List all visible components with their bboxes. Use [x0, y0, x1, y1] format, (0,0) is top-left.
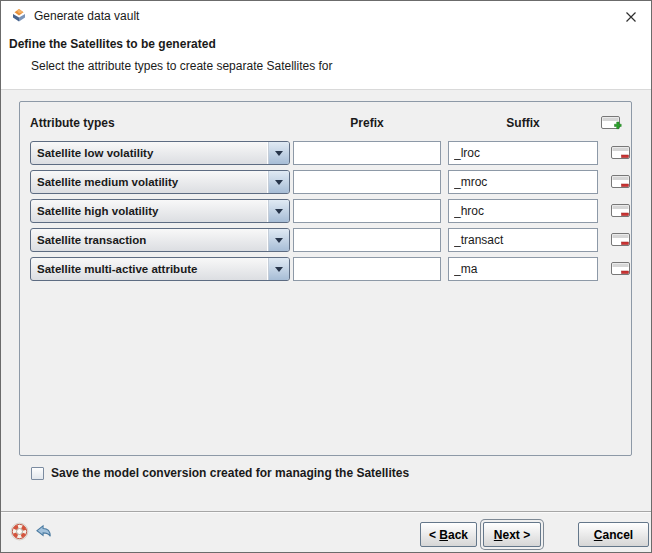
- column-header-suffix: Suffix: [448, 116, 598, 130]
- suffix-input[interactable]: [448, 141, 598, 165]
- close-button[interactable]: [622, 8, 640, 26]
- undo-button[interactable]: [34, 522, 53, 541]
- next-button[interactable]: Next >: [483, 522, 541, 547]
- prefix-input[interactable]: [293, 170, 441, 194]
- app-icon: [11, 8, 27, 24]
- remove-row-button[interactable]: [611, 174, 633, 191]
- curved-arrow-left-icon: [34, 522, 53, 541]
- chevron-down-icon: [267, 142, 289, 164]
- life-buoy-icon: [10, 522, 29, 541]
- attribute-type-value: Satellite medium volatility: [31, 171, 267, 193]
- chevron-down-icon: [267, 229, 289, 251]
- remove-row-button[interactable]: [611, 203, 633, 220]
- chevron-down-icon: [267, 200, 289, 222]
- wizard-header: Define the Satellites to be generated Se…: [1, 31, 651, 90]
- satellite-types-panel: Attribute types Prefix Suffix Satellite …: [19, 101, 632, 456]
- suffix-input[interactable]: [448, 170, 598, 194]
- help-button[interactable]: [10, 522, 29, 541]
- titlebar: Generate data vault: [1, 1, 651, 31]
- remove-row-icon: [611, 203, 633, 221]
- cancel-button[interactable]: Cancel: [578, 522, 649, 547]
- column-header-prefix: Prefix: [293, 116, 441, 130]
- generate-data-vault-dialog: Generate data vault Define the Satellite…: [0, 0, 652, 553]
- table-row: Satellite high volatility: [30, 199, 625, 223]
- table-row: Satellite medium volatility: [30, 170, 625, 194]
- table-row: Satellite low volatility: [30, 141, 625, 165]
- remove-row-icon: [611, 261, 633, 279]
- remove-row-icon: [611, 232, 633, 250]
- step-title: Define the Satellites to be generated: [9, 37, 216, 51]
- prefix-input[interactable]: [293, 199, 441, 223]
- prefix-input[interactable]: [293, 141, 441, 165]
- remove-row-button[interactable]: [611, 145, 633, 162]
- attribute-type-value: Satellite transaction: [31, 229, 267, 251]
- add-row-button[interactable]: [601, 115, 623, 132]
- attribute-type-select[interactable]: Satellite transaction: [30, 228, 290, 252]
- save-conversion-option: Save the model conversion created for ma…: [31, 466, 409, 480]
- suffix-input[interactable]: [448, 199, 598, 223]
- column-header-attribute-types: Attribute types: [30, 116, 115, 130]
- save-conversion-label: Save the model conversion created for ma…: [51, 466, 409, 480]
- attribute-type-select[interactable]: Satellite multi-active attribute: [30, 257, 290, 281]
- window-title: Generate data vault: [34, 9, 139, 23]
- prefix-input[interactable]: [293, 257, 441, 281]
- table-row: Satellite multi-active attribute: [30, 257, 625, 281]
- prefix-input[interactable]: [293, 228, 441, 252]
- attribute-type-value: Satellite low volatility: [31, 142, 267, 164]
- attribute-type-select[interactable]: Satellite low volatility: [30, 141, 290, 165]
- close-icon: [624, 10, 638, 24]
- attribute-type-select[interactable]: Satellite high volatility: [30, 199, 290, 223]
- add-row-icon: [601, 115, 623, 133]
- suffix-input[interactable]: [448, 257, 598, 281]
- footer-divider-highlight: [1, 512, 651, 513]
- chevron-down-icon: [267, 171, 289, 193]
- attribute-type-select[interactable]: Satellite medium volatility: [30, 170, 290, 194]
- remove-row-icon: [611, 174, 633, 192]
- attribute-type-value: Satellite multi-active attribute: [31, 258, 267, 280]
- remove-row-button[interactable]: [611, 261, 633, 278]
- attribute-type-value: Satellite high volatility: [31, 200, 267, 222]
- suffix-input[interactable]: [448, 228, 598, 252]
- save-conversion-checkbox[interactable]: [31, 467, 44, 480]
- back-button[interactable]: < Back: [420, 522, 477, 547]
- step-subtitle: Select the attribute types to create sep…: [31, 59, 333, 73]
- table-row: Satellite transaction: [30, 228, 625, 252]
- remove-row-button[interactable]: [611, 232, 633, 249]
- chevron-down-icon: [267, 258, 289, 280]
- remove-row-icon: [611, 145, 633, 163]
